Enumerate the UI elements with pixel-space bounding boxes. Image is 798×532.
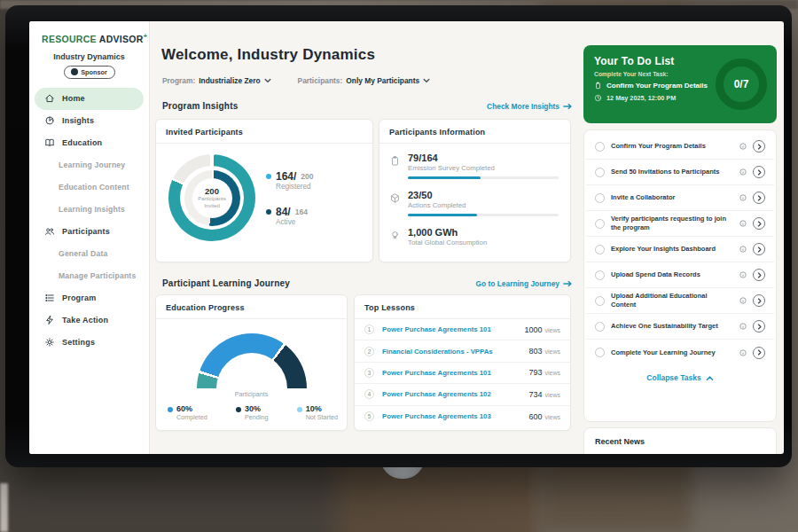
- sidebar-item-education-content[interactable]: Education Content: [35, 176, 144, 199]
- collapse-label: Collapse Tasks: [646, 373, 700, 382]
- chevron-right-icon: [756, 246, 763, 253]
- link-label: Check More Insights: [487, 102, 559, 111]
- chevron-right-icon: [756, 324, 763, 330]
- sidebar-item-learning-journey[interactable]: Learning Journey: [35, 154, 144, 176]
- legend-active: 84/ 164 Active: [266, 206, 314, 226]
- program-dropdown[interactable]: Program: Industrialize Zero: [162, 76, 271, 85]
- metric-label: Emission Survey Completed: [408, 164, 559, 172]
- task-checkbox[interactable]: [595, 168, 605, 177]
- lesson-views: 793: [528, 368, 542, 377]
- chevron-right-icon: [756, 144, 763, 150]
- sidebar-item-label: Take Action: [62, 316, 108, 325]
- task-open-button[interactable]: [753, 294, 765, 307]
- legend-dot: [266, 209, 271, 215]
- sidebar-item-learning-insights[interactable]: Learning Insights: [35, 199, 144, 221]
- sidebar-item-general-data[interactable]: General Data: [35, 243, 144, 265]
- task-row: Upload Additional Educational Content: [586, 288, 774, 314]
- sidebar-item-education[interactable]: Education: [35, 132, 144, 154]
- task-open-button[interactable]: [753, 140, 765, 153]
- legend-value: 164/: [276, 170, 296, 183]
- legend-registered: 164/ 200 Registered: [266, 170, 314, 191]
- education-icon: [44, 137, 55, 148]
- invited-donut-chart: 200 Participants Invited: [168, 154, 255, 241]
- task-checkbox[interactable]: [595, 245, 605, 254]
- sidebar-item-label: Program: [62, 293, 96, 302]
- page-title: Welcome, Industry Dynamics: [161, 46, 375, 64]
- take-action-icon: [44, 315, 55, 325]
- lesson-rank: 2: [364, 347, 374, 356]
- sidebar-item-manage-participants[interactable]: Manage Participants: [35, 265, 144, 287]
- sidebar-item-label: Home: [62, 94, 85, 103]
- lesson-link[interactable]: Power Purchase Agreements 102: [382, 390, 528, 398]
- task-checkbox[interactable]: [595, 193, 605, 203]
- check-more-insights-link[interactable]: Check More Insights: [487, 102, 572, 111]
- task-checkbox[interactable]: [595, 322, 605, 332]
- logo-resource: RESOURCE: [42, 34, 97, 44]
- task-info-icon: [739, 220, 747, 227]
- task-info-icon: [739, 168, 747, 176]
- lesson-views: 803: [528, 347, 542, 356]
- main-content: Welcome, Industry Dynamics Program: Indu…: [150, 21, 581, 454]
- sidebar-item-home[interactable]: Home: [35, 88, 144, 110]
- card-title: Education Progress: [156, 295, 347, 319]
- task-checkbox[interactable]: [595, 296, 605, 306]
- legend-label: Pending: [245, 413, 268, 421]
- metric-value: 1,000 GWh: [408, 227, 559, 238]
- task-open-button[interactable]: [753, 320, 765, 332]
- lesson-link[interactable]: Power Purchase Agreements 101: [382, 325, 524, 333]
- lesson-link[interactable]: Power Purchase Agreements 103: [382, 412, 528, 420]
- recent-news-card: Recent News: [583, 427, 777, 454]
- chevron-up-icon: [706, 375, 714, 381]
- task-open-button[interactable]: [753, 166, 765, 178]
- logo-plus: +: [144, 33, 147, 39]
- legend-completed: 60% Completed: [168, 404, 207, 421]
- task-row: Invite a Collaborator: [586, 185, 774, 211]
- lesson-rank: 1: [364, 325, 374, 334]
- sidebar-item-program[interactable]: Program: [35, 287, 144, 309]
- donut-center-label: Participants: [198, 196, 225, 202]
- lesson-link[interactable]: Financial Considerations - VPPAs: [382, 348, 528, 356]
- sidebar-item-settings[interactable]: Settings: [35, 332, 144, 354]
- chevron-right-icon: [756, 169, 763, 176]
- task-checkbox[interactable]: [595, 270, 605, 280]
- task-info-icon: [739, 246, 747, 253]
- go-to-learning-journey-link[interactable]: Go to Learning Journey: [476, 279, 572, 288]
- sidebar-item-take-action[interactable]: Take Action: [35, 309, 144, 332]
- task-checkbox[interactable]: [595, 142, 605, 152]
- sidebar-item-participants[interactable]: Participants: [35, 221, 144, 243]
- task-label: Verify participants requesting to join t…: [611, 215, 733, 232]
- task-row: Complete Your Learning Journey: [586, 340, 774, 365]
- lesson-rank: 4: [364, 389, 374, 399]
- legend-total: 200: [301, 172, 313, 181]
- task-label: Confirm Your Program Details: [611, 142, 733, 151]
- lesson-link[interactable]: Power Purchase Agreements 101: [382, 369, 528, 377]
- todo-next-task: Confirm Your Program Details: [606, 82, 708, 90]
- section-title: Participant Learning Journey: [162, 278, 290, 288]
- sidebar-item-insights[interactable]: Insights: [35, 110, 144, 132]
- task-open-button[interactable]: [753, 269, 765, 281]
- task-open-button[interactable]: [753, 217, 765, 230]
- task-row: Upload Spend Data Records: [586, 262, 774, 288]
- collapse-tasks-link[interactable]: Collapse Tasks: [584, 373, 776, 382]
- task-open-button[interactable]: [753, 192, 765, 204]
- task-label: Invite a Collaborator: [611, 193, 733, 202]
- chevron-down-icon: [423, 77, 430, 84]
- sidebar-nav: Home Insights Education Learning Journey…: [29, 88, 149, 354]
- task-open-button[interactable]: [753, 347, 765, 359]
- views-label: views: [544, 327, 560, 333]
- task-label: Explore Your Insights Dashboard: [611, 245, 733, 254]
- clock-icon: [594, 94, 602, 102]
- views-label: views: [544, 414, 560, 420]
- views-label: views: [544, 370, 560, 376]
- legend-not-started: 10% Not Started: [297, 404, 338, 421]
- task-info-icon: [739, 271, 747, 278]
- legend-total: 164: [295, 207, 308, 216]
- lesson-row: 4 Power Purchase Agreements 102 734views: [355, 384, 570, 405]
- task-checkbox[interactable]: [595, 219, 605, 229]
- sidebar-item-label: Education: [62, 138, 102, 147]
- lesson-row: 3 Power Purchase Agreements 101 793views: [355, 363, 570, 384]
- task-checkbox[interactable]: [595, 348, 605, 357]
- task-label: Achieve One Sustainability Target: [611, 322, 733, 331]
- participants-dropdown[interactable]: Participants: Only My Participants: [298, 76, 431, 85]
- task-open-button[interactable]: [753, 243, 765, 255]
